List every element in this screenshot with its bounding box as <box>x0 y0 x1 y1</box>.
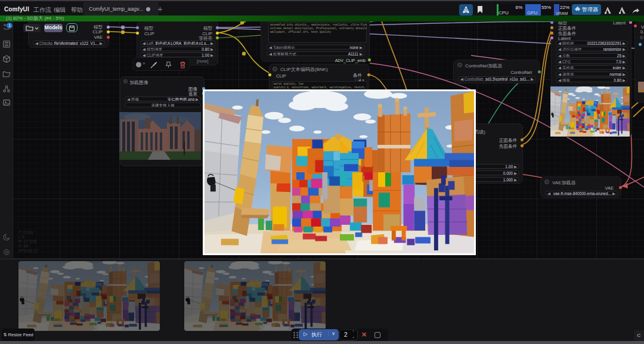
svg-text:quality:2, monochrome, waterma: quality:2, monochrome, watermark, worstn… <box>274 86 367 89</box>
svg-text:worst quality, low: worst quality, low <box>274 82 304 85</box>
svg-text:extreme detail description, Pr: extreme detail description, Professional… <box>270 27 367 30</box>
svg-text:wallpaper, official art, best: wallpaper, official art, best quality <box>270 30 331 33</box>
svg-text:assembled into objects,, maste: assembled into objects,, masterpiece, re… <box>270 23 367 26</box>
